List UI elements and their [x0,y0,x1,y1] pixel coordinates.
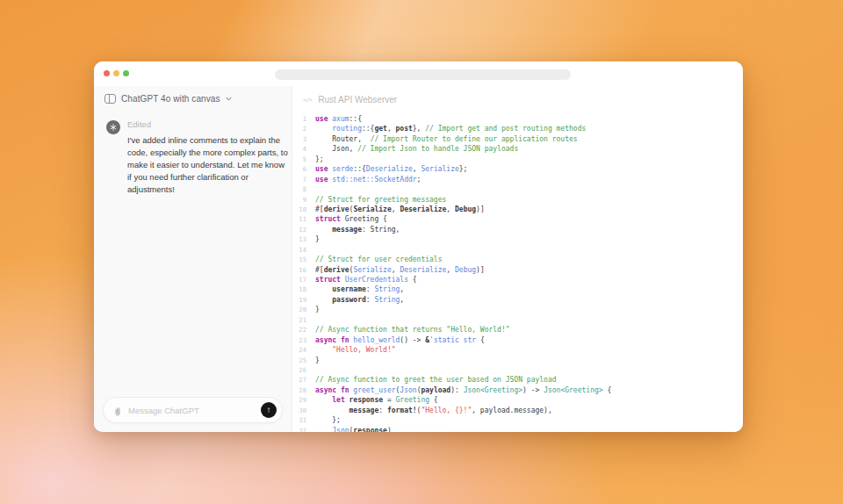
code-line: 17struct UserCredentials { [292,275,743,284]
code-text: }; [315,155,324,164]
code-line: 32 Json(response) [292,426,743,432]
code-text: }; [315,415,341,425]
app-window: ChatGPT 4o with canvas Edi [94,61,743,432]
code-line: 24 "Hello, World!" [292,345,743,355]
line-number: 8 [292,184,315,194]
model-selector[interactable]: ChatGPT 4o with canvas [94,86,292,109]
code-line: 9// Struct for greeting messages [292,195,743,205]
line-number: 30 [292,406,315,415]
code-line: 15// Struct for user credentials [292,255,743,264]
code-text: message: format!("Hello, {}!", payload.m… [315,406,552,415]
canvas-title: Rust API Webserver [318,95,397,104]
code-line: 30 message: format!("Hello, {}!", payloa… [292,406,743,415]
model-selector-label: ChatGPT 4o with canvas [121,94,220,104]
line-number: 29 [292,395,315,405]
address-bar-pill[interactable] [275,69,571,80]
code-line: 25} [292,356,743,365]
line-number: 27 [292,375,315,385]
title-bar[interactable] [94,61,743,86]
line-number: 10 [292,205,315,214]
code-text: use serde::{Deserialize, Serialize}; [315,164,467,174]
code-line: 22// Async function that returns "Hello,… [292,325,743,335]
code-text: } [315,234,320,244]
line-number: 26 [292,365,315,375]
window-content: ChatGPT 4o with canvas Edi [94,86,743,432]
code-text: struct Greeting { [315,214,387,224]
line-number: 16 [292,265,315,275]
arrow-up-icon: ↑ [267,406,271,414]
line-number: 12 [292,225,315,234]
line-number: 19 [292,295,315,305]
code-text: routing::{get, post}, // Import get and … [315,124,586,133]
line-number: 4 [292,144,315,154]
line-number: 22 [292,325,315,335]
line-number: 32 [292,426,315,432]
close-button[interactable] [104,70,110,76]
code-editor[interactable]: 1use axum::{2 routing::{get, post}, // I… [292,108,743,432]
code-text: Json(response) [315,426,392,432]
code-text: Json, // Import Json to handle JSON payl… [315,144,518,154]
minimize-button[interactable] [113,70,119,76]
code-line: 8 [292,184,743,194]
code-text: "Hello, World!" [315,345,396,355]
code-text: struct UserCredentials { [315,275,417,284]
code-line: 28async fn greet_user(Json(payload): Jso… [292,385,743,395]
line-number: 31 [292,415,315,425]
line-number: 25 [292,356,315,365]
attachment-paperclip-icon[interactable] [112,405,123,415]
line-number: 24 [292,345,315,355]
code-text: use std::net::SocketAddr; [315,175,421,184]
chevron-down-icon [226,96,232,102]
code-line: 26 [292,365,743,375]
code-line: 23async fn hello_world() -> &'static str… [292,335,743,345]
code-text: #[derive(Serialize, Deserialize, Debug)] [315,205,485,214]
code-text: use axum::{ [315,114,362,124]
line-number: 2 [292,124,315,133]
line-number: 11 [292,214,315,224]
message-composer[interactable]: Message ChatGPT ↑ [103,397,283,423]
canvas-header: </> Rust API Webserver [292,86,743,108]
code-text: async fn hello_world() -> &'static str { [315,335,485,345]
code-text: // Struct for greeting messages [315,195,446,205]
send-button[interactable]: ↑ [261,402,277,418]
code-line: 21 [292,315,743,325]
line-number: 23 [292,335,315,345]
zoom-button[interactable] [123,70,129,76]
code-text: let response = Greeting { [315,395,438,405]
code-line: 12 message: String, [292,225,743,234]
composer-placeholder[interactable]: Message ChatGPT [128,406,261,415]
message-status: Edited [127,119,289,129]
code-text: password: String, [315,295,404,305]
assistant-message: Edited I've added inline comments to exp… [94,109,292,196]
line-number: 14 [292,245,315,255]
code-text: } [315,356,320,365]
code-text: Router, // Import Router to define our a… [315,134,578,144]
code-text: // Async function that returns "Hello, W… [315,325,510,335]
line-number: 7 [292,175,315,184]
code-text: #[derive(Serialize, Deserialize, Debug)] [315,265,485,275]
code-line: 27// Async function to greet the user ba… [292,375,743,385]
line-number: 20 [292,305,315,314]
line-number: 15 [292,255,315,264]
code-text: username: String, [315,284,404,294]
code-text: // Struct for user credentials [315,255,443,264]
line-number: 6 [292,164,315,174]
message-body: Edited I've added inline comments to exp… [127,119,289,196]
code-line: 31 }; [292,415,743,425]
line-number: 9 [292,195,315,205]
line-number: 13 [292,234,315,244]
line-number: 21 [292,315,315,325]
line-number: 17 [292,275,315,284]
code-line: 7use std::net::SocketAddr; [292,175,743,184]
line-number: 18 [292,284,315,294]
line-number: 5 [292,155,315,164]
line-number: 28 [292,385,315,395]
code-line: 5}; [292,155,743,164]
code-line: 11struct Greeting { [292,214,743,224]
code-text: async fn greet_user(Json(payload): Json<… [315,385,611,395]
code-line: 18 username: String, [292,284,743,294]
chatgpt-logo-icon [106,120,120,134]
sidebar-toggle-icon[interactable] [104,94,116,104]
code-line: 10#[derive(Serialize, Deserialize, Debug… [292,205,743,214]
code-line: 3 Router, // Import Router to define our… [292,134,743,144]
